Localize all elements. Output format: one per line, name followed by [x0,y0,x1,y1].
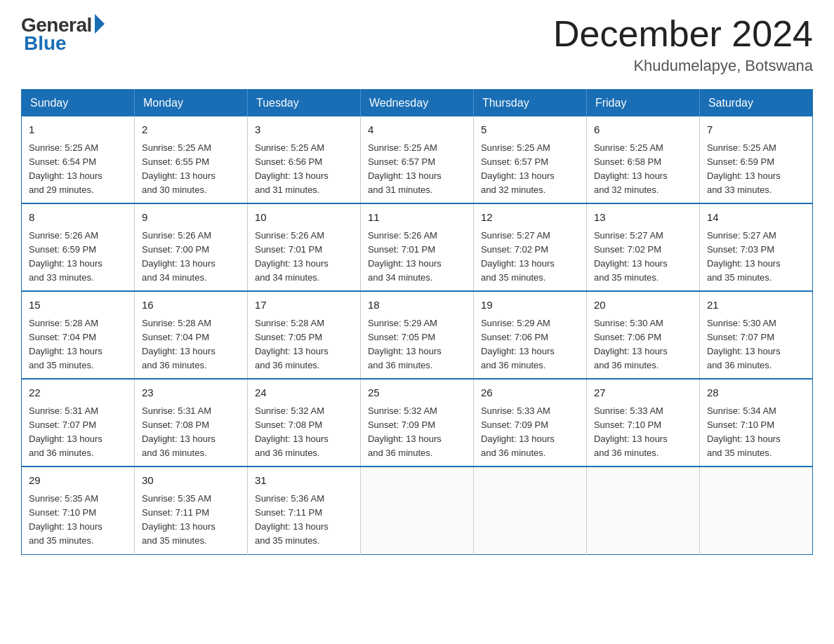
calendar-day-cell: 12 Sunrise: 5:27 AMSunset: 7:02 PMDaylig… [473,203,586,291]
day-info: Sunrise: 5:35 AMSunset: 7:10 PMDaylight:… [29,493,102,546]
calendar-day-cell [699,467,812,554]
day-info: Sunrise: 5:28 AMSunset: 7:05 PMDaylight:… [255,318,329,370]
day-info: Sunrise: 5:25 AMSunset: 6:56 PMDaylight:… [255,142,329,195]
day-info: Sunrise: 5:26 AMSunset: 7:01 PMDaylight:… [368,230,442,283]
calendar-day-header: Tuesday [247,90,360,117]
day-info: Sunrise: 5:25 AMSunset: 6:59 PMDaylight:… [707,142,781,195]
day-number: 2 [142,122,240,138]
day-number: 18 [368,297,466,314]
day-number: 24 [255,385,353,401]
day-info: Sunrise: 5:31 AMSunset: 7:08 PMDaylight:… [142,405,216,458]
day-info: Sunrise: 5:29 AMSunset: 7:05 PMDaylight:… [368,318,442,370]
calendar-day-cell: 31 Sunrise: 5:36 AMSunset: 7:11 PMDaylig… [247,467,360,554]
calendar-day-cell [473,467,586,554]
day-number: 23 [142,385,240,401]
day-number: 13 [594,210,692,226]
calendar-day-cell [586,467,699,554]
calendar-week-row: 22 Sunrise: 5:31 AMSunset: 7:07 PMDaylig… [22,379,813,467]
day-info: Sunrise: 5:29 AMSunset: 7:06 PMDaylight:… [481,318,555,370]
calendar-day-cell [360,467,473,554]
day-info: Sunrise: 5:33 AMSunset: 7:10 PMDaylight:… [594,405,668,458]
calendar-day-cell: 28 Sunrise: 5:34 AMSunset: 7:10 PMDaylig… [699,379,812,467]
day-info: Sunrise: 5:26 AMSunset: 6:59 PMDaylight:… [29,230,102,283]
day-number: 29 [29,473,127,489]
calendar-day-cell: 13 Sunrise: 5:27 AMSunset: 7:02 PMDaylig… [586,203,699,291]
calendar-day-cell: 5 Sunrise: 5:25 AMSunset: 6:57 PMDayligh… [473,116,586,203]
calendar-day-header: Monday [134,90,247,117]
calendar-day-cell: 19 Sunrise: 5:29 AMSunset: 7:06 PMDaylig… [473,291,586,379]
day-number: 31 [255,473,353,489]
day-number: 4 [368,122,466,138]
calendar-day-cell: 4 Sunrise: 5:25 AMSunset: 6:57 PMDayligh… [360,116,473,203]
day-number: 10 [255,210,353,226]
logo-triangle-icon [95,14,105,34]
calendar-day-header: Saturday [699,90,812,117]
day-info: Sunrise: 5:33 AMSunset: 7:09 PMDaylight:… [481,405,555,458]
calendar-day-cell: 27 Sunrise: 5:33 AMSunset: 7:10 PMDaylig… [586,379,699,467]
calendar-day-cell: 10 Sunrise: 5:26 AMSunset: 7:01 PMDaylig… [247,203,360,291]
day-number: 14 [707,210,805,226]
calendar-day-cell: 21 Sunrise: 5:30 AMSunset: 7:07 PMDaylig… [699,291,812,379]
logo-blue-text: Blue [21,32,67,55]
day-number: 20 [594,297,692,314]
day-info: Sunrise: 5:35 AMSunset: 7:11 PMDaylight:… [142,493,216,546]
day-info: Sunrise: 5:30 AMSunset: 7:06 PMDaylight:… [594,318,668,370]
day-info: Sunrise: 5:28 AMSunset: 7:04 PMDaylight:… [29,318,102,370]
calendar-week-row: 1 Sunrise: 5:25 AMSunset: 6:54 PMDayligh… [22,116,813,203]
calendar-day-cell: 7 Sunrise: 5:25 AMSunset: 6:59 PMDayligh… [699,116,812,203]
day-info: Sunrise: 5:25 AMSunset: 6:57 PMDaylight:… [481,142,555,195]
day-info: Sunrise: 5:36 AMSunset: 7:11 PMDaylight:… [255,493,329,546]
calendar-day-cell: 8 Sunrise: 5:26 AMSunset: 6:59 PMDayligh… [22,203,135,291]
day-info: Sunrise: 5:26 AMSunset: 7:01 PMDaylight:… [255,230,329,283]
calendar-day-cell: 29 Sunrise: 5:35 AMSunset: 7:10 PMDaylig… [22,467,135,554]
day-number: 7 [707,122,805,138]
title-section: December 2024 Khudumelapye, Botswana [553,14,813,75]
day-info: Sunrise: 5:27 AMSunset: 7:02 PMDaylight:… [594,230,668,283]
day-info: Sunrise: 5:27 AMSunset: 7:03 PMDaylight:… [707,230,781,283]
day-info: Sunrise: 5:27 AMSunset: 7:02 PMDaylight:… [481,230,555,283]
calendar-day-header: Sunday [22,90,135,117]
day-number: 21 [707,297,805,314]
day-info: Sunrise: 5:30 AMSunset: 7:07 PMDaylight:… [707,318,781,370]
day-number: 28 [707,385,805,401]
calendar-day-cell: 30 Sunrise: 5:35 AMSunset: 7:11 PMDaylig… [134,467,247,554]
day-number: 6 [594,122,692,138]
day-number: 26 [481,385,579,401]
month-title: December 2024 [553,14,813,54]
calendar-day-cell: 9 Sunrise: 5:26 AMSunset: 7:00 PMDayligh… [134,203,247,291]
calendar-day-cell: 24 Sunrise: 5:32 AMSunset: 7:08 PMDaylig… [247,379,360,467]
calendar-week-row: 15 Sunrise: 5:28 AMSunset: 7:04 PMDaylig… [22,291,813,379]
calendar-day-cell: 22 Sunrise: 5:31 AMSunset: 7:07 PMDaylig… [22,379,135,467]
day-number: 27 [594,385,692,401]
day-number: 9 [142,210,240,226]
calendar-day-cell: 11 Sunrise: 5:26 AMSunset: 7:01 PMDaylig… [360,203,473,291]
day-info: Sunrise: 5:25 AMSunset: 6:54 PMDaylight:… [29,142,102,195]
day-number: 3 [255,122,353,138]
day-number: 22 [29,385,127,401]
day-info: Sunrise: 5:28 AMSunset: 7:04 PMDaylight:… [142,318,216,370]
calendar-day-cell: 26 Sunrise: 5:33 AMSunset: 7:09 PMDaylig… [473,379,586,467]
day-number: 17 [255,297,353,314]
calendar-day-cell: 14 Sunrise: 5:27 AMSunset: 7:03 PMDaylig… [699,203,812,291]
calendar-day-cell: 2 Sunrise: 5:25 AMSunset: 6:55 PMDayligh… [134,116,247,203]
day-info: Sunrise: 5:25 AMSunset: 6:58 PMDaylight:… [594,142,668,195]
calendar-day-header: Thursday [473,90,586,117]
calendar-table: SundayMondayTuesdayWednesdayThursdayFrid… [21,89,813,554]
day-number: 16 [142,297,240,314]
day-info: Sunrise: 5:34 AMSunset: 7:10 PMDaylight:… [707,405,781,458]
calendar-day-cell: 1 Sunrise: 5:25 AMSunset: 6:54 PMDayligh… [22,116,135,203]
calendar-day-header: Friday [586,90,699,117]
calendar-day-cell: 25 Sunrise: 5:32 AMSunset: 7:09 PMDaylig… [360,379,473,467]
day-number: 5 [481,122,579,138]
calendar-day-cell: 16 Sunrise: 5:28 AMSunset: 7:04 PMDaylig… [134,291,247,379]
calendar-day-header: Wednesday [360,90,473,117]
day-number: 12 [481,210,579,226]
calendar-header-row: SundayMondayTuesdayWednesdayThursdayFrid… [22,90,813,117]
day-info: Sunrise: 5:25 AMSunset: 6:55 PMDaylight:… [142,142,216,195]
calendar-week-row: 29 Sunrise: 5:35 AMSunset: 7:10 PMDaylig… [22,467,813,554]
calendar-day-cell: 3 Sunrise: 5:25 AMSunset: 6:56 PMDayligh… [247,116,360,203]
day-info: Sunrise: 5:32 AMSunset: 7:08 PMDaylight:… [255,405,329,458]
calendar-day-cell: 17 Sunrise: 5:28 AMSunset: 7:05 PMDaylig… [247,291,360,379]
day-number: 25 [368,385,466,401]
day-number: 8 [29,210,127,226]
